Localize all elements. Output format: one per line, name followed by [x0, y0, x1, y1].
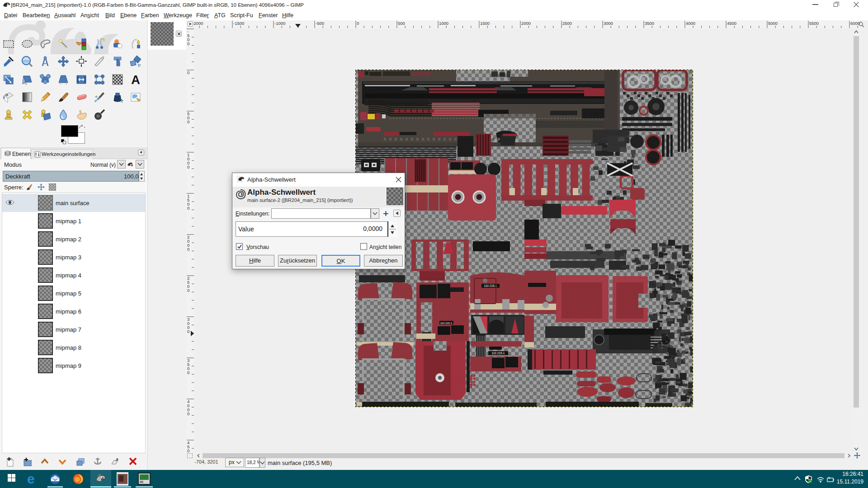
- svg-text:0: 0: [187, 370, 189, 375]
- svg-text:4500: 4500: [727, 21, 736, 26]
- svg-text:0: 0: [187, 411, 189, 416]
- svg-text:-1500: -1500: [233, 21, 244, 26]
- svg-text:-2000: -2000: [192, 21, 203, 26]
- svg-text:0: 0: [187, 206, 189, 211]
- svg-text:3000: 3000: [604, 21, 613, 26]
- svg-text:0: 0: [187, 288, 189, 293]
- svg-text:0: 0: [187, 247, 189, 252]
- svg-text:3500: 3500: [645, 21, 654, 26]
- svg-text:500: 500: [398, 21, 405, 26]
- svg-text:0: 0: [187, 41, 189, 46]
- svg-text:A: A: [131, 73, 140, 86]
- svg-text:0: 0: [357, 21, 359, 26]
- svg-text:0: 0: [187, 70, 189, 75]
- svg-text:1500: 1500: [480, 21, 490, 26]
- svg-text:-500: -500: [316, 21, 324, 26]
- svg-text:0: 0: [187, 329, 189, 334]
- svg-text:2000: 2000: [521, 21, 531, 26]
- svg-text:5000: 5000: [768, 21, 778, 26]
- svg-text:0: 0: [187, 119, 189, 124]
- svg-text:4000: 4000: [686, 21, 695, 26]
- svg-text:-1000: -1000: [274, 21, 285, 26]
- svg-text:5500: 5500: [809, 21, 819, 26]
- svg-text:0: 0: [187, 448, 189, 452]
- svg-text:0: 0: [187, 164, 189, 169]
- svg-text:1000: 1000: [439, 21, 448, 26]
- svg-text:2500: 2500: [562, 21, 572, 26]
